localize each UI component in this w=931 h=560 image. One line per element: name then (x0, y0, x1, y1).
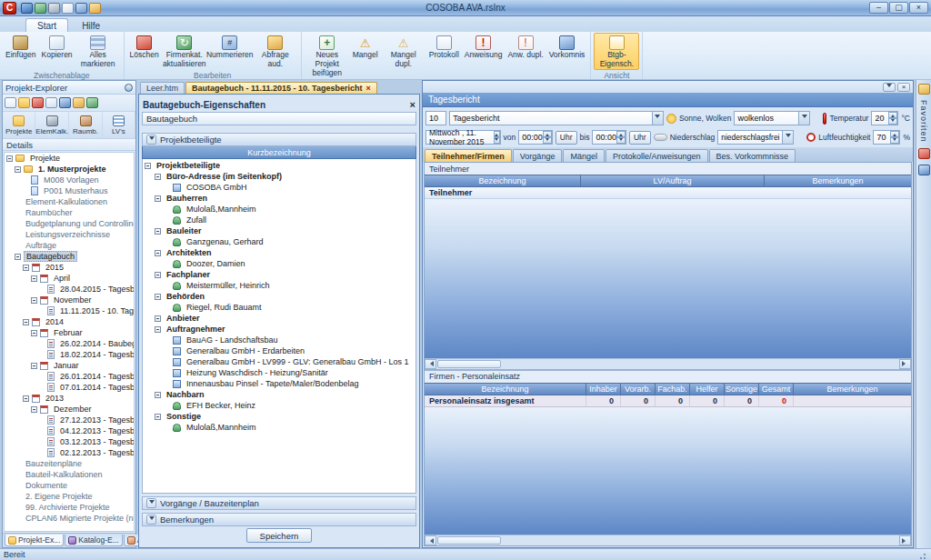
tree-item-2015[interactable]: 2015 (5, 262, 134, 273)
dropdown-icon[interactable] (652, 112, 663, 125)
tree-item-07-01-2014-tagesberich[interactable]: 07.01.2014 - Tagesberich (5, 382, 134, 393)
tree-item-innenausbau-pinsel-tapete-maler-bodenbelag[interactable]: Innenausbau Pinsel - Tapete/Maler/Bodenb… (143, 378, 415, 389)
copy-icon[interactable] (45, 97, 57, 108)
bottom-tab-katalog-e[interactable]: Katalog-E... (65, 535, 122, 546)
tree-item-riegel-rudi-bauamt[interactable]: Riegel, Rudi Bauamt (143, 302, 415, 313)
column-header-bemerkungen[interactable]: Bemerkungen (794, 384, 911, 395)
expander-icon[interactable] (23, 319, 29, 325)
tree-item-2013[interactable]: 2013 (5, 393, 134, 404)
chevron-down-icon[interactable] (883, 83, 896, 92)
ribbon-button-kopieren[interactable]: Kopieren (39, 33, 75, 61)
tree-item-leistungsverzeichnisse[interactable]: Leistungsverzeichnisse (5, 229, 134, 240)
maximize-button[interactable]: ▢ (889, 2, 908, 14)
document-tab-leer-htm[interactable]: Leer.htm (140, 82, 185, 94)
tree-item-meistermüller-heinrich[interactable]: Meistermüller, Heinrich (143, 280, 415, 291)
tree-item-nachbarn[interactable]: Nachbarn (143, 389, 415, 400)
expander-icon[interactable] (31, 406, 37, 413)
column-header-lv-auftrag[interactable]: LV/Auftrag (581, 175, 765, 186)
undo-icon[interactable] (75, 3, 87, 14)
tree-item-04-12-2013-tagesberich[interactable]: 04.12.2013 - Tagesberich (5, 425, 134, 436)
tree-item-bauag-landschaftsbau[interactable]: BauAG - Landschaftsbau (143, 335, 415, 345)
tree-item-11-11-2015-10-tagesbe[interactable]: 11.11.2015 - 10. Tagesbe (5, 305, 134, 316)
spinner-icon[interactable] (543, 131, 552, 144)
report-tab-mängel[interactable]: Mängel (563, 149, 605, 162)
tree-item-p001-musterhaus[interactable]: P001 Musterhaus (5, 185, 134, 196)
expander-icon[interactable] (155, 195, 161, 202)
tree-item-28-04-2015-tagesbericht[interactable]: 28.04.2015 - Tagesbericht (5, 284, 134, 295)
close-icon[interactable]: × (410, 99, 415, 110)
filter-icon[interactable] (73, 97, 85, 108)
tree-item-m008-vorlagen[interactable]: M008 Vorlagen (5, 175, 134, 185)
tree-item-dezember[interactable]: Dezember (5, 404, 134, 415)
info-icon[interactable] (918, 165, 930, 175)
tree-item-budgetplanung-und-controlling[interactable]: Budgetplanung und Controlling (5, 218, 134, 229)
expander-icon[interactable] (31, 363, 37, 369)
ribbon-button-einfügen[interactable]: Einfügen (3, 33, 39, 61)
tree-item-dokumente[interactable]: Dokumente (5, 480, 134, 491)
tree-item-bauteil-kalkulationen[interactable]: Bauteil-Kalkulationen (5, 469, 134, 480)
section-projektbeteiligte[interactable]: Projektbeteiligte (142, 133, 416, 146)
print-preview-icon[interactable] (62, 3, 74, 14)
tree-item-26-01-2014-tagesberich[interactable]: 26.01.2014 - Tagesberich (5, 371, 134, 382)
save-icon[interactable] (21, 3, 33, 14)
tree-item-projektbeteiligte[interactable]: Projektbeteiligte (143, 160, 415, 171)
tree-item-02-12-2013-tagesberich[interactable]: 02.12.2013 - Tagesberich (5, 447, 134, 458)
report-tab-protokolle-anweisungen[interactable]: Protokolle/Anweisungen (606, 149, 708, 162)
tree-item-heizung-waschdisch-heizung-sanitär[interactable]: Heizung Waschdisch - Heizung/Sanitär (143, 367, 415, 378)
tree-item-mulolaß-mannheim[interactable]: Mulolaß,Mannheim (143, 422, 415, 433)
precipitation-select[interactable]: niederschlagsfrei (717, 130, 794, 145)
ribbon-tab-start[interactable]: Start (25, 18, 68, 32)
tree-item-behörden[interactable]: Behörden (143, 291, 415, 302)
tree-item-99-archivierte-projekte[interactable]: 99. Archivierte Projekte (5, 502, 134, 513)
app-logo[interactable]: C (3, 2, 16, 15)
tree-item-april[interactable]: April (5, 273, 134, 284)
scroll-right-icon[interactable] (899, 535, 911, 545)
ribbon-button-neues-projekt-beifügen[interactable]: +Neues Projekt beifügen (305, 33, 350, 78)
ribbon-button-protokoll[interactable]: Protokoll (426, 33, 462, 61)
open-folder-icon[interactable] (18, 97, 30, 108)
column-header-bemerkungen[interactable]: Bemerkungen (765, 175, 911, 186)
close-icon[interactable]: × (897, 83, 910, 92)
expander-icon[interactable] (145, 163, 151, 169)
tree-item-november[interactable]: November (5, 295, 134, 305)
ribbon-button-löschen[interactable]: Löschen (127, 33, 162, 61)
report-number-field[interactable]: 10 (425, 111, 446, 125)
tree-item-1-musterprojekte[interactable]: 1. Musterprojekte (5, 164, 134, 175)
tree-item-efh-becker-heinz[interactable]: EFH Becker, Heinz (143, 400, 415, 411)
expander-icon[interactable] (155, 315, 161, 322)
dropdown-icon[interactable] (798, 112, 809, 125)
tree-item-büro-adresse-im-seitenkopf[interactable]: Büro-Adresse (im Seitenkopf) (143, 171, 415, 182)
column-header-kurzbezeichnung[interactable]: Kurzbezeichnung (142, 146, 416, 159)
scrollbar-thumb[interactable] (437, 536, 501, 545)
explorer-button-elemkalk[interactable]: ElemKalk. (35, 112, 69, 138)
horizontal-scrollbar[interactable] (425, 535, 911, 545)
ribbon-button-firmenkat-aktualisieren[interactable]: ↻Firmenkat. aktualisieren (162, 33, 207, 70)
print-icon[interactable] (48, 3, 60, 14)
ribbon-button-vorkomnis[interactable]: Vorkomnis (546, 33, 588, 61)
tree-item-anbieter[interactable]: Anbieter (143, 313, 415, 324)
resize-grip[interactable] (916, 550, 927, 560)
tree-item-januar[interactable]: Januar (5, 360, 134, 371)
tree-item-auftragnehmer[interactable]: Auftragnehmer (143, 324, 415, 335)
tree-item-bauzeitenpläne[interactable]: Bauzeitenpläne (5, 458, 134, 469)
tree-item-generalbau-gmbh-erdarbeiten[interactable]: Generalbau GmbH - Erdarbeiten (143, 345, 415, 356)
report-tab-bes-vorkommnisse[interactable]: Bes. Vorkommnisse (709, 149, 796, 162)
tree-item-mulolaß-mannheim[interactable]: Mulolaß,Mannheim (143, 204, 415, 215)
minimize-button[interactable]: – (869, 2, 888, 14)
expander-icon[interactable] (31, 297, 37, 304)
tree-item-bautagebuch[interactable]: Bautagebuch (5, 251, 134, 262)
expander-icon[interactable] (155, 294, 161, 300)
expander-icon[interactable] (31, 275, 37, 282)
tree-item-raumbücher[interactable]: Raumbücher (5, 207, 134, 218)
tree-item-18-02-2014-tagesberich[interactable]: 18.02.2014 - Tagesberich (5, 349, 134, 360)
uhr-from-button[interactable]: Uhr (556, 131, 577, 145)
ribbon-button-mangel-dupl[interactable]: ⚠Mangel dupl. (381, 33, 426, 70)
scrollbar-thumb[interactable] (437, 360, 501, 368)
close-tab-icon[interactable]: × (365, 85, 370, 93)
favorites-icon[interactable] (918, 84, 930, 95)
spinner-icon[interactable] (616, 131, 626, 144)
dropdown-icon[interactable] (782, 131, 793, 144)
tree-item-26-02-2014-baubegehur[interactable]: 26.02.2014 - Baubegehur (5, 338, 134, 349)
ribbon-button-anw-dupl[interactable]: !Anw. dupl. (505, 33, 546, 61)
tree-item-cplan6-migrierte-projekte-nicht[interactable]: CPLAN6 Migrierte Projekte (nicht (5, 513, 134, 524)
